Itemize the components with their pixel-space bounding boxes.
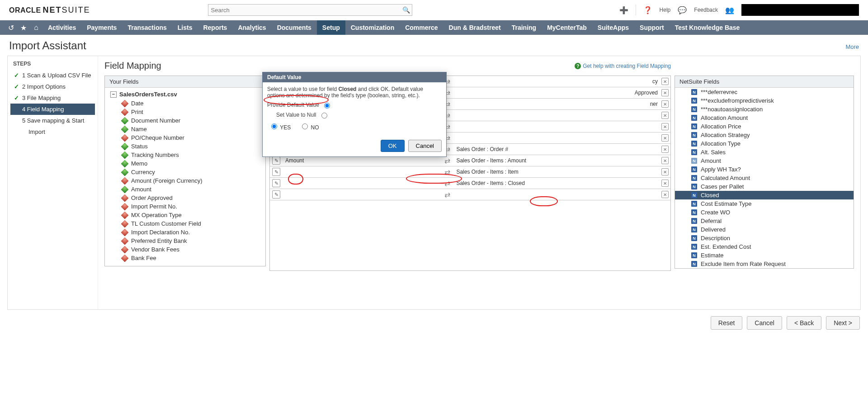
- netsuite-field-item[interactable]: N***deferrevrec: [675, 88, 854, 96]
- search-input[interactable]: [208, 7, 401, 14]
- remove-mapping-button[interactable]: ✕: [660, 78, 670, 85]
- nav-item-mycentertab[interactable]: MyCenterTab: [542, 20, 592, 35]
- edit-mapping-button[interactable]: ✎: [270, 179, 283, 187]
- your-field-item[interactable]: TL Custom Customer Field: [106, 219, 264, 228]
- nav-item-analytics[interactable]: Analytics: [232, 20, 271, 35]
- field-mapping-help[interactable]: ? Get help with creating Field Mapping: [575, 63, 671, 69]
- netsuite-field-item[interactable]: NAlt. Sales: [675, 148, 854, 156]
- nav-item-reports[interactable]: Reports: [198, 20, 232, 35]
- option-set-null[interactable]: Set Value to Null: [276, 111, 442, 118]
- netsuite-field-item[interactable]: NAmount: [675, 156, 854, 165]
- netsuite-field-item[interactable]: NEst. Extended Cost: [675, 242, 854, 251]
- remove-mapping-button[interactable]: ✕: [660, 134, 670, 142]
- remove-mapping-button[interactable]: ✕: [660, 100, 670, 108]
- nav-item-payments[interactable]: Payments: [81, 20, 122, 35]
- nav-item-customization[interactable]: Customization: [345, 20, 400, 35]
- no-radio[interactable]: [302, 123, 308, 129]
- yes-radio[interactable]: [271, 123, 277, 129]
- edit-mapping-button[interactable]: ✎: [270, 190, 283, 199]
- create-new-icon[interactable]: ➕: [619, 6, 628, 14]
- your-field-item[interactable]: Print: [106, 108, 264, 116]
- yes-option[interactable]: YES: [269, 122, 291, 131]
- modal-cancel-button[interactable]: Cancel: [408, 140, 442, 152]
- netsuite-field-item[interactable]: NAllocation Amount: [675, 114, 854, 122]
- nav-item-commerce[interactable]: Commerce: [400, 20, 443, 35]
- step-4[interactable]: 4 Field Mapping: [10, 104, 95, 115]
- search-icon[interactable]: 🔍: [401, 6, 412, 14]
- remove-mapping-button[interactable]: ✕: [660, 191, 670, 198]
- step-2[interactable]: ✓2 Import Options: [10, 81, 95, 92]
- back-button[interactable]: < Back: [787, 316, 821, 330]
- your-field-item[interactable]: Bank Fee: [106, 254, 264, 262]
- remove-mapping-button[interactable]: ✕: [660, 112, 670, 119]
- your-field-item[interactable]: Date: [106, 99, 264, 108]
- favorites-icon[interactable]: ★: [17, 20, 30, 35]
- global-search[interactable]: 🔍: [208, 4, 412, 16]
- nav-item-training[interactable]: Training: [506, 20, 542, 35]
- netsuite-field-item[interactable]: NCost Estimate Type: [675, 199, 854, 208]
- home-icon[interactable]: ⌂: [30, 20, 42, 35]
- step-1[interactable]: ✓1 Scan & Upload CSV File: [10, 70, 95, 81]
- edit-mapping-button[interactable]: ✎: [270, 156, 283, 165]
- remove-mapping-button[interactable]: ✕: [660, 146, 670, 153]
- netsuite-field-item[interactable]: NEstimate: [675, 251, 854, 260]
- your-field-item[interactable]: Preferred Entity Bank: [106, 237, 264, 245]
- your-field-item[interactable]: Status: [106, 142, 264, 151]
- reset-button[interactable]: Reset: [711, 316, 743, 330]
- nav-item-test-knowledge-base[interactable]: Test Knowledge Base: [670, 20, 745, 35]
- your-field-item[interactable]: Order Approved: [106, 194, 264, 202]
- mapping-target-field[interactable]: Approved: [453, 90, 660, 96]
- mapping-target-field[interactable]: ner: [453, 101, 660, 107]
- your-field-item[interactable]: PO/Cheque Number: [106, 133, 264, 142]
- remove-mapping-button[interactable]: ✕: [660, 157, 670, 164]
- nav-item-activities[interactable]: Activities: [42, 20, 81, 35]
- your-field-item[interactable]: Amount (Foreign Currency): [106, 176, 264, 185]
- nav-item-documents[interactable]: Documents: [272, 20, 317, 35]
- modal-ok-button[interactable]: OK: [381, 140, 405, 152]
- your-field-item[interactable]: Memo: [106, 159, 264, 168]
- option-provide-default[interactable]: Provide Default Value: [267, 101, 442, 109]
- netsuite-field-item[interactable]: NAllocation Price: [675, 122, 854, 131]
- remove-mapping-button[interactable]: ✕: [660, 168, 670, 175]
- mapping-target-field[interactable]: Sales Order : Order #: [453, 146, 660, 152]
- your-field-item[interactable]: MX Operation Type: [106, 211, 264, 219]
- netsuite-field-item[interactable]: NCreate WO: [675, 208, 854, 217]
- feedback-icon[interactable]: 💬: [678, 6, 687, 14]
- your-field-item[interactable]: Import Permit No.: [106, 202, 264, 211]
- step-3[interactable]: ✓3 File Mapping: [10, 92, 95, 104]
- netsuite-field-item[interactable]: NDescription: [675, 234, 854, 242]
- your-field-item[interactable]: Amount: [106, 185, 264, 194]
- feedback-label[interactable]: Feedback: [694, 7, 718, 13]
- edit-mapping-button[interactable]: ✎: [270, 168, 283, 176]
- netsuite-field-item[interactable]: N***noautoassignlocation: [675, 105, 854, 114]
- csv-file-header[interactable]: − SalesOrdersTest.csv: [106, 90, 264, 99]
- your-field-item[interactable]: Import Declaration No.: [106, 228, 264, 237]
- help-icon[interactable]: ❓: [643, 6, 652, 14]
- netsuite-field-item[interactable]: NClosed: [675, 191, 854, 199]
- role-switch-icon[interactable]: 👥: [725, 6, 734, 14]
- netsuite-field-item[interactable]: NAllocation Strategy: [675, 131, 854, 139]
- your-field-item[interactable]: Name: [106, 125, 264, 133]
- collapse-icon[interactable]: −: [110, 91, 117, 98]
- mapping-source-field[interactable]: Amount: [283, 157, 441, 164]
- nav-item-support[interactable]: Support: [634, 20, 670, 35]
- step-5[interactable]: 5 Save mapping & Start: [10, 115, 95, 126]
- your-field-item[interactable]: Document Number: [106, 116, 264, 125]
- remove-mapping-button[interactable]: ✕: [660, 89, 670, 96]
- mapping-target-field[interactable]: Sales Order - Items : Closed: [453, 180, 660, 186]
- your-field-item[interactable]: Currency: [106, 168, 264, 176]
- help-link-text[interactable]: Get help with creating Field Mapping: [583, 63, 671, 69]
- no-option[interactable]: NO: [300, 122, 319, 131]
- nav-item-dun-bradstreet[interactable]: Dun & Bradstreet: [443, 20, 506, 35]
- cancel-button[interactable]: Cancel: [747, 316, 782, 330]
- netsuite-field-item[interactable]: NDelivered: [675, 225, 854, 234]
- nav-item-transactions[interactable]: Transactions: [122, 20, 172, 35]
- help-label[interactable]: Help: [660, 7, 671, 13]
- remove-mapping-button[interactable]: ✕: [660, 180, 670, 187]
- mapping-target-field[interactable]: Sales Order - Items : Item: [453, 169, 660, 175]
- netsuite-field-item[interactable]: NCases per Pallet: [675, 182, 854, 191]
- netsuite-field-item[interactable]: NAllocation Type: [675, 139, 854, 148]
- mapping-target-field[interactable]: Sales Order - Items : Amount: [453, 157, 660, 164]
- next-button[interactable]: Next >: [826, 316, 860, 330]
- your-field-item[interactable]: Vendor Bank Fees: [106, 245, 264, 254]
